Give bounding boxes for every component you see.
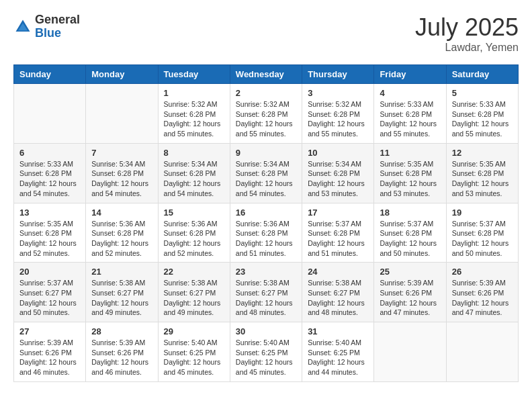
day-header-friday: Friday: [374, 65, 446, 84]
day-number: 27: [19, 326, 80, 336]
calendar-cell: 18Sunrise: 5:37 AM Sunset: 6:28 PM Dayli…: [374, 203, 446, 263]
day-number: 20: [19, 267, 80, 277]
page-header: General Blue July 2025 Lawdar, Yemen: [13, 13, 519, 54]
day-info: Sunrise: 5:38 AM Sunset: 6:27 PM Dayligh…: [236, 278, 296, 318]
calendar-cell: 17Sunrise: 5:37 AM Sunset: 6:28 PM Dayli…: [302, 203, 374, 263]
day-info: Sunrise: 5:35 AM Sunset: 6:28 PM Dayligh…: [452, 159, 513, 199]
day-info: Sunrise: 5:32 AM Sunset: 6:28 PM Dayligh…: [308, 99, 368, 139]
day-number: 21: [91, 267, 152, 277]
day-number: 1: [164, 88, 224, 98]
day-info: Sunrise: 5:34 AM Sunset: 6:28 PM Dayligh…: [91, 159, 152, 199]
day-info: Sunrise: 5:40 AM Sunset: 6:25 PM Dayligh…: [164, 338, 224, 377]
day-number: 10: [308, 148, 368, 158]
day-header-wednesday: Wednesday: [230, 65, 302, 84]
calendar-week-row: 20Sunrise: 5:37 AM Sunset: 6:27 PM Dayli…: [14, 263, 519, 322]
day-info: Sunrise: 5:33 AM Sunset: 6:28 PM Dayligh…: [452, 99, 513, 139]
day-number: 16: [236, 208, 296, 218]
calendar-cell: 3Sunrise: 5:32 AM Sunset: 6:28 PM Daylig…: [302, 84, 374, 144]
calendar-cell: 19Sunrise: 5:37 AM Sunset: 6:28 PM Dayli…: [446, 203, 518, 263]
logo-general: General: [35, 13, 80, 27]
day-number: 14: [91, 208, 152, 218]
calendar-cell: 21Sunrise: 5:38 AM Sunset: 6:27 PM Dayli…: [86, 263, 158, 322]
day-info: Sunrise: 5:32 AM Sunset: 6:28 PM Dayligh…: [164, 99, 224, 139]
day-info: Sunrise: 5:35 AM Sunset: 6:28 PM Dayligh…: [380, 159, 440, 199]
day-number: 29: [164, 326, 224, 336]
day-number: 6: [19, 148, 80, 158]
calendar-cell: 9Sunrise: 5:34 AM Sunset: 6:28 PM Daylig…: [230, 143, 302, 203]
day-number: 12: [452, 148, 513, 158]
calendar-cell: 13Sunrise: 5:35 AM Sunset: 6:28 PM Dayli…: [14, 203, 86, 263]
day-info: Sunrise: 5:37 AM Sunset: 6:27 PM Dayligh…: [19, 278, 80, 318]
day-number: 26: [452, 267, 513, 277]
logo-blue: Blue: [35, 27, 80, 40]
day-info: Sunrise: 5:34 AM Sunset: 6:28 PM Dayligh…: [308, 159, 368, 199]
day-info: Sunrise: 5:35 AM Sunset: 6:28 PM Dayligh…: [19, 219, 80, 259]
day-number: 24: [308, 267, 368, 277]
day-number: 11: [380, 148, 440, 158]
calendar-cell: 7Sunrise: 5:34 AM Sunset: 6:28 PM Daylig…: [86, 143, 158, 203]
calendar-table: SundayMondayTuesdayWednesdayThursdayFrid…: [13, 64, 519, 382]
calendar-cell: 11Sunrise: 5:35 AM Sunset: 6:28 PM Dayli…: [374, 143, 446, 203]
calendar-cell: 16Sunrise: 5:36 AM Sunset: 6:28 PM Dayli…: [230, 203, 302, 263]
calendar-cell: 6Sunrise: 5:33 AM Sunset: 6:28 PM Daylig…: [14, 143, 86, 203]
day-number: 7: [91, 148, 152, 158]
day-number: 9: [236, 148, 296, 158]
day-info: Sunrise: 5:37 AM Sunset: 6:28 PM Dayligh…: [308, 219, 368, 259]
day-info: Sunrise: 5:40 AM Sunset: 6:25 PM Dayligh…: [308, 338, 368, 377]
calendar-week-row: 27Sunrise: 5:39 AM Sunset: 6:26 PM Dayli…: [14, 322, 519, 382]
day-number: 17: [308, 208, 368, 218]
calendar-cell: 30Sunrise: 5:40 AM Sunset: 6:25 PM Dayli…: [230, 322, 302, 382]
logo-text: General Blue: [35, 13, 80, 40]
calendar-header-row: SundayMondayTuesdayWednesdayThursdayFrid…: [14, 65, 519, 84]
day-number: 19: [452, 208, 513, 218]
day-info: Sunrise: 5:38 AM Sunset: 6:27 PM Dayligh…: [91, 278, 152, 318]
day-number: 18: [380, 208, 440, 218]
day-info: Sunrise: 5:39 AM Sunset: 6:26 PM Dayligh…: [19, 338, 80, 377]
day-info: Sunrise: 5:37 AM Sunset: 6:28 PM Dayligh…: [452, 219, 513, 259]
day-info: Sunrise: 5:36 AM Sunset: 6:28 PM Dayligh…: [236, 219, 296, 259]
logo: General Blue: [13, 13, 80, 40]
calendar-cell: [14, 84, 86, 144]
calendar-cell: 22Sunrise: 5:38 AM Sunset: 6:27 PM Dayli…: [158, 263, 230, 322]
calendar-cell: 2Sunrise: 5:32 AM Sunset: 6:28 PM Daylig…: [230, 84, 302, 144]
day-header-tuesday: Tuesday: [158, 65, 230, 84]
day-info: Sunrise: 5:36 AM Sunset: 6:28 PM Dayligh…: [164, 219, 224, 259]
calendar-cell: 14Sunrise: 5:36 AM Sunset: 6:28 PM Dayli…: [86, 203, 158, 263]
calendar-cell: [446, 322, 518, 382]
calendar-week-row: 6Sunrise: 5:33 AM Sunset: 6:28 PM Daylig…: [14, 143, 519, 203]
calendar-cell: 26Sunrise: 5:39 AM Sunset: 6:26 PM Dayli…: [446, 263, 518, 322]
day-info: Sunrise: 5:39 AM Sunset: 6:26 PM Dayligh…: [91, 338, 152, 377]
day-number: 2: [236, 88, 296, 98]
calendar-week-row: 1Sunrise: 5:32 AM Sunset: 6:28 PM Daylig…: [14, 84, 519, 144]
day-info: Sunrise: 5:40 AM Sunset: 6:25 PM Dayligh…: [236, 338, 296, 377]
day-number: 28: [91, 326, 152, 336]
calendar-cell: 4Sunrise: 5:33 AM Sunset: 6:28 PM Daylig…: [374, 84, 446, 144]
calendar-cell: 8Sunrise: 5:34 AM Sunset: 6:28 PM Daylig…: [158, 143, 230, 203]
calendar-cell: [86, 84, 158, 144]
logo-icon: [13, 17, 32, 36]
calendar-cell: 28Sunrise: 5:39 AM Sunset: 6:26 PM Dayli…: [86, 322, 158, 382]
day-number: 31: [308, 326, 368, 336]
day-number: 22: [164, 267, 224, 277]
calendar-cell: 24Sunrise: 5:38 AM Sunset: 6:27 PM Dayli…: [302, 263, 374, 322]
day-info: Sunrise: 5:36 AM Sunset: 6:28 PM Dayligh…: [91, 219, 152, 259]
calendar-cell: 5Sunrise: 5:33 AM Sunset: 6:28 PM Daylig…: [446, 84, 518, 144]
day-info: Sunrise: 5:34 AM Sunset: 6:28 PM Dayligh…: [164, 159, 224, 199]
calendar-cell: 12Sunrise: 5:35 AM Sunset: 6:28 PM Dayli…: [446, 143, 518, 203]
day-info: Sunrise: 5:39 AM Sunset: 6:26 PM Dayligh…: [380, 278, 440, 318]
day-header-monday: Monday: [86, 65, 158, 84]
day-info: Sunrise: 5:34 AM Sunset: 6:28 PM Dayligh…: [236, 159, 296, 199]
day-info: Sunrise: 5:38 AM Sunset: 6:27 PM Dayligh…: [308, 278, 368, 318]
day-number: 15: [164, 208, 224, 218]
day-number: 4: [380, 88, 440, 98]
calendar-cell: 23Sunrise: 5:38 AM Sunset: 6:27 PM Dayli…: [230, 263, 302, 322]
month-year: July 2025: [415, 13, 519, 42]
calendar-cell: 25Sunrise: 5:39 AM Sunset: 6:26 PM Dayli…: [374, 263, 446, 322]
day-number: 13: [19, 208, 80, 218]
day-info: Sunrise: 5:33 AM Sunset: 6:28 PM Dayligh…: [19, 159, 80, 199]
title-block: July 2025 Lawdar, Yemen: [415, 13, 519, 54]
day-header-thursday: Thursday: [302, 65, 374, 84]
day-info: Sunrise: 5:37 AM Sunset: 6:28 PM Dayligh…: [380, 219, 440, 259]
day-info: Sunrise: 5:39 AM Sunset: 6:26 PM Dayligh…: [452, 278, 513, 318]
calendar-cell: 15Sunrise: 5:36 AM Sunset: 6:28 PM Dayli…: [158, 203, 230, 263]
